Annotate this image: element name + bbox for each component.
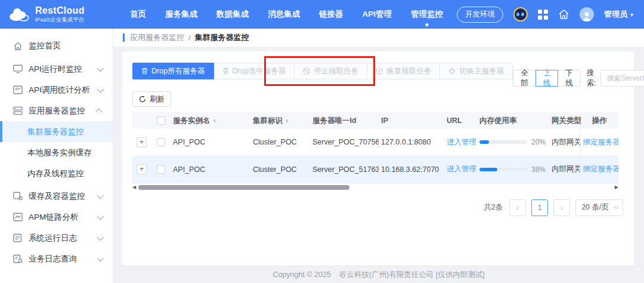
bind-server-link[interactable]: 绑定服务器 — [583, 138, 619, 146]
cell-instance: API_POC — [171, 129, 250, 156]
sidebar-item-monitor-home[interactable]: 监控首页 — [0, 34, 113, 58]
switch-master-button[interactable]: 切换主服务器 — [439, 63, 513, 79]
nav-item-home[interactable]: 首页 — [130, 5, 146, 23]
stop-task-button[interactable]: 停止领取任务 — [294, 63, 367, 79]
app-window: RestCloud iPaaS企业集成平台 首页 服务集成 数据集成 消息集成 … — [0, 0, 644, 283]
brand-tagline: iPaaS企业集成平台 — [35, 17, 85, 23]
chevron-up-icon — [95, 108, 102, 115]
sidebar-item-apm-trace[interactable]: APM链路分析 — [0, 207, 113, 227]
sort-icon[interactable]: ▲▼ — [285, 119, 289, 123]
user-icon — [581, 11, 592, 21]
filter-all-button[interactable]: 全部 — [513, 70, 536, 87]
pagination-prev-button[interactable]: ‹ — [509, 199, 526, 216]
user-menu[interactable]: 管理员 ▾ — [604, 9, 633, 20]
system-log-icon — [13, 233, 23, 243]
cell-server-id: Server_POC_51763 — [310, 156, 379, 183]
home-outline-icon — [13, 41, 23, 51]
sidebar-item-system-log[interactable]: 系统运行日志 — [0, 227, 113, 248]
username: 管理员 — [604, 9, 627, 20]
prohibit-icon — [303, 67, 310, 75]
enter-management-link[interactable]: 进入管理 — [447, 138, 476, 146]
sidebar-item-cache-container-monitor[interactable]: 缓存及容器监控 — [0, 186, 113, 207]
environment-badge[interactable]: 开发环境 — [457, 7, 503, 23]
sidebar: 监控首页 API运行时监控 API调用统计分析 应用服务器 — [0, 29, 113, 283]
page-size-value: 20 条/页 — [581, 202, 609, 213]
scroll-left-icon[interactable]: ◀ — [132, 185, 136, 190]
bind-server-link[interactable]: 绑定服务器 — [583, 165, 619, 173]
chevron-down-icon — [97, 64, 104, 71]
memory-usage-bar-fill — [479, 140, 489, 144]
main-nav: 首页 服务集成 数据集成 消息集成 链接器 API管理 管理监控 — [130, 5, 443, 23]
footer-copyright: Copyright © 2025 — [273, 270, 330, 279]
nav-item-data-integration[interactable]: 数据集成 — [216, 5, 249, 23]
nav-item-service-integration[interactable]: 服务集成 — [165, 5, 197, 23]
footer-company: 谷云科技(广州)有限责任公司 [仅供内部测试] — [339, 270, 485, 280]
filter-online-button[interactable]: 上线 — [535, 70, 559, 87]
col-header-memory: 内存使用率 — [477, 112, 549, 129]
search-input[interactable] — [600, 70, 644, 87]
app-grid-icon[interactable] — [538, 10, 548, 20]
refresh-button[interactable]: 刷新 — [132, 91, 171, 107]
play-circle-icon — [376, 67, 383, 75]
sidebar-item-label: API运行时监控 — [29, 64, 82, 75]
scrollbar-thumb[interactable] — [138, 185, 349, 190]
drop-all-servers-button[interactable]: Drop所有服务器 — [132, 63, 214, 79]
resume-task-button[interactable]: 恢复领取任务 — [367, 63, 440, 79]
select-all-checkbox[interactable] — [157, 116, 165, 125]
nav-item-message-integration[interactable]: 消息集成 — [268, 5, 300, 23]
button-label: 停止领取任务 — [314, 66, 358, 76]
memory-usage-label: 20% — [531, 138, 546, 146]
memory-usage-bar-fill — [479, 168, 497, 171]
ai-assistant-icon[interactable] — [513, 7, 528, 21]
horizontal-scrollbar[interactable]: ◀ ▶ — [132, 184, 618, 191]
pagination-next-button[interactable]: › — [553, 199, 570, 216]
col-header-instance[interactable]: 服务实例名▲▼ — [171, 112, 250, 129]
chevron-down-icon — [97, 254, 104, 261]
button-label: 刷新 — [150, 94, 165, 104]
sidebar-item-label: API调用统计分析 — [29, 85, 90, 96]
nav-item-connector[interactable]: 链接器 — [319, 5, 343, 23]
sidebar-item-api-call-stats[interactable]: API调用统计分析 — [0, 79, 113, 100]
sidebar-item-memory-thread-monitor[interactable]: 内存及线程监控 — [0, 163, 113, 184]
nav-item-api-management[interactable]: API管理 — [363, 5, 392, 23]
chevron-down-icon — [97, 213, 104, 219]
brand-logo[interactable]: RestCloud iPaaS企业集成平台 — [8, 5, 114, 23]
filter-offline-button[interactable]: 下线 — [558, 70, 581, 87]
nav-item-management-monitor[interactable]: 管理监控 — [411, 5, 443, 23]
button-label: 切换主服务器 — [459, 66, 504, 76]
col-header-url: URL — [444, 112, 477, 129]
apm-chart-icon — [13, 212, 23, 222]
col-header-ip: IP — [379, 112, 444, 129]
chevron-down-icon — [97, 192, 104, 198]
enter-management-link[interactable]: 进入管理 — [447, 165, 476, 173]
sidebar-item-label: 本地服务实例缓存 — [27, 147, 92, 158]
row-expand-button[interactable]: + — [137, 164, 147, 174]
sidebar-item-api-runtime-monitor[interactable]: API运行时监控 — [0, 59, 113, 79]
home-icon[interactable] — [558, 9, 569, 20]
footer: Copyright © 2025 谷云科技(广州)有限责任公司 [仅供内部测试] — [113, 266, 644, 283]
page-size-select[interactable]: 20 条/页 — [575, 199, 623, 216]
sort-icon[interactable]: ▲▼ — [213, 119, 216, 123]
sidebar-item-local-service-cache[interactable]: 本地服务实例缓存 — [0, 142, 113, 163]
breadcrumb-current: 集群服务器监控 — [195, 32, 249, 43]
sidebar-item-cluster-server-monitor[interactable]: 集群服务器监控 — [0, 121, 113, 142]
pagination-page-1[interactable]: 1 — [531, 199, 548, 216]
cell-cluster: Cluster_POC — [250, 129, 310, 156]
sidebar-item-business-log[interactable]: 业务日志查询 — [0, 248, 113, 269]
drop-selected-servers-button[interactable]: Drop选中服务器 — [213, 63, 295, 79]
scroll-right-icon[interactable]: ▶ — [615, 185, 618, 190]
row-expand-button[interactable]: + — [137, 137, 147, 147]
row-checkbox[interactable] — [157, 138, 165, 146]
row-checkbox[interactable] — [157, 165, 165, 174]
status-filter-group: 全部 上线 下线 — [513, 70, 581, 87]
col-header-gateway: 网关类型 — [549, 112, 580, 129]
user-avatar[interactable] — [580, 7, 594, 21]
breadcrumb-separator: / — [188, 33, 191, 42]
trash-icon — [222, 67, 229, 75]
chevron-down-icon — [97, 85, 104, 92]
breadcrumb-parent[interactable]: 应用服务器监控 — [130, 32, 184, 43]
table-row: + API_POC Cluster_POC Server_POC_51763 1… — [132, 156, 618, 183]
cell-gateway: 内部网关 — [549, 156, 580, 183]
col-header-cluster[interactable]: 集群标识▲▼ — [250, 112, 310, 129]
sidebar-item-app-server-monitor[interactable]: 应用服务器监控 — [0, 100, 113, 121]
